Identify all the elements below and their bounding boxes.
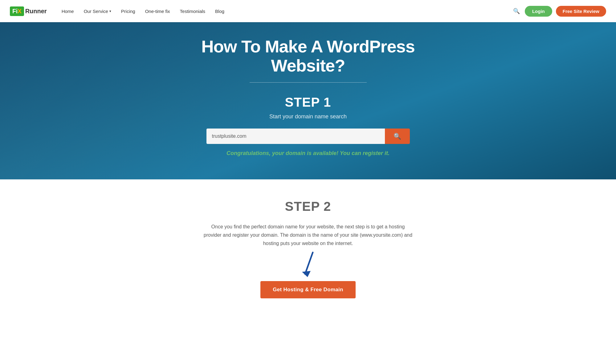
svg-marker-1 (302, 271, 311, 277)
hero-section: How To Make A WordPress Website? STEP 1 … (0, 22, 616, 179)
step2-section: STEP 2 Once you find the perfect domain … (0, 179, 616, 323)
nav-our-service[interactable]: Our Service ▾ (84, 9, 111, 14)
arrow-container (277, 248, 339, 279)
nav-pricing[interactable]: Pricing (121, 9, 135, 14)
domain-search-input[interactable] (206, 129, 385, 144)
search-icon: 🔍 (394, 133, 401, 140)
step1-label: STEP 1 (285, 95, 331, 110)
nav-testimonials[interactable]: Testimonials (180, 9, 206, 14)
logo[interactable]: FiX Runner (10, 6, 47, 16)
logo-fi: Fi (12, 8, 18, 14)
nav-one-time-fix[interactable]: One-time fix (145, 9, 170, 14)
domain-search-button[interactable]: 🔍 (385, 129, 410, 144)
step1-subtitle: Start your domain name search (269, 113, 347, 120)
nav-blog[interactable]: Blog (215, 9, 224, 14)
login-button[interactable]: Login (525, 6, 552, 17)
navbar: FiX Runner Home Our Service ▾ Pricing On… (0, 0, 616, 22)
navbar-search-button[interactable]: 🔍 (512, 6, 521, 16)
nav-links: Home Our Service ▾ Pricing One-time fix … (62, 9, 512, 14)
logo-x: X (18, 8, 22, 14)
arrow-down-icon (296, 251, 320, 279)
svg-line-0 (305, 252, 313, 274)
logo-box: FiX (10, 6, 24, 16)
get-hosting-button[interactable]: Get Hosting & Free Domain (260, 281, 356, 298)
domain-search-bar: 🔍 (206, 129, 410, 144)
nav-actions: 🔍 Login Free Site Review (512, 6, 606, 17)
hero-divider (250, 82, 367, 83)
free-site-review-button[interactable]: Free Site Review (556, 6, 606, 17)
nav-home[interactable]: Home (62, 9, 74, 14)
domain-available-message: Congratulations, your domain is availabl… (226, 150, 390, 157)
step2-description: Once you find the perfect domain name fo… (203, 223, 413, 248)
page-title: How To Make A WordPress Website? (169, 37, 447, 75)
chevron-down-icon: ▾ (109, 9, 111, 13)
step2-label: STEP 2 (285, 199, 331, 214)
logo-runner-text: Runner (25, 8, 47, 15)
